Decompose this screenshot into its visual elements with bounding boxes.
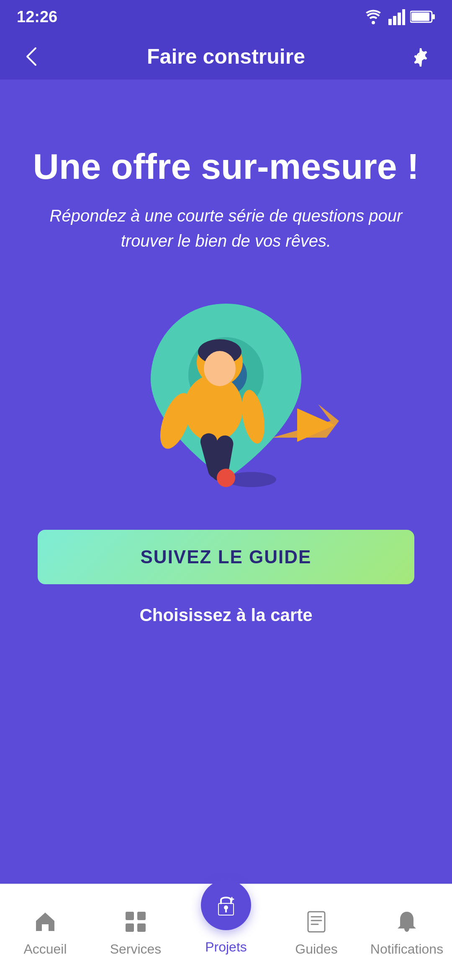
- nav-item-accueil[interactable]: Accueil: [0, 903, 90, 961]
- status-bar: 12:26: [0, 0, 452, 34]
- guides-icon: [302, 907, 331, 936]
- svg-rect-6: [432, 14, 435, 19]
- svg-rect-2: [398, 13, 401, 25]
- projets-label: Projets: [205, 939, 247, 955]
- signal-icon: [388, 8, 405, 25]
- wifi-icon: [363, 9, 383, 24]
- svg-rect-29: [308, 912, 325, 932]
- status-time: 12:26: [17, 8, 57, 26]
- svg-point-11: [184, 375, 243, 442]
- projets-circle: [201, 880, 251, 930]
- svg-point-19: [217, 469, 235, 487]
- svg-rect-20: [126, 912, 134, 920]
- page-title: Faire construire: [147, 44, 305, 69]
- nav-item-projets[interactable]: Projets: [181, 905, 271, 959]
- suivez-le-guide-button[interactable]: SUIVEZ LE GUIDE: [38, 530, 414, 584]
- settings-button[interactable]: [406, 42, 435, 71]
- services-label: Services: [110, 941, 162, 957]
- choisissez-carte-link[interactable]: Choisissez à la carte: [139, 605, 312, 625]
- illustration: [96, 279, 356, 513]
- accueil-label: Accueil: [23, 941, 67, 957]
- svg-rect-0: [388, 19, 392, 25]
- app-bar: Faire construire: [0, 34, 452, 80]
- notifications-icon: [392, 907, 421, 936]
- svg-rect-3: [402, 9, 405, 25]
- nav-item-notifications[interactable]: Notifications: [362, 903, 452, 961]
- nav-item-services[interactable]: Services: [90, 903, 181, 961]
- svg-rect-21: [137, 912, 146, 920]
- nav-item-guides[interactable]: Guides: [271, 903, 362, 961]
- guides-label: Guides: [295, 941, 337, 957]
- status-icons: [363, 8, 435, 25]
- svg-rect-26: [225, 909, 227, 913]
- battery-icon: [410, 10, 435, 24]
- services-icon: [121, 907, 150, 936]
- accueil-icon: [31, 907, 60, 936]
- svg-point-14: [204, 351, 236, 386]
- svg-rect-23: [137, 923, 146, 932]
- notifications-label: Notifications: [370, 941, 443, 957]
- bottom-nav: Accueil Services Projets: [0, 884, 452, 980]
- hero-subtitle: Répondez à une courte série de questions…: [25, 203, 427, 253]
- svg-rect-22: [126, 923, 134, 932]
- main-content: Une offre sur-mesure ! Répondez à une co…: [0, 80, 452, 884]
- hero-title: Une offre sur-mesure !: [33, 147, 419, 186]
- back-button[interactable]: [17, 42, 46, 71]
- svg-rect-5: [411, 13, 429, 21]
- svg-point-25: [224, 905, 228, 910]
- svg-rect-1: [393, 16, 396, 25]
